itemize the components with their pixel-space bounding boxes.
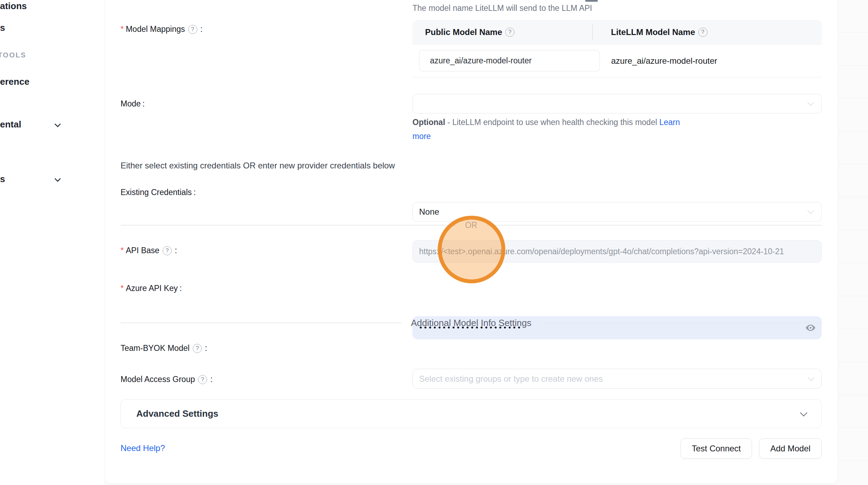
sidebar-item-inference[interactable]: erence [0, 76, 29, 87]
sidebar-item-models[interactable]: s [0, 22, 5, 33]
existing-credentials-value: None [419, 207, 439, 217]
help-circle-icon[interactable]: ? [698, 28, 708, 37]
public-model-name-input[interactable] [419, 50, 600, 71]
or-divider-text: OR [465, 221, 477, 230]
model-mappings-table-header: Public Model Name ? LiteLLM Model Name ? [412, 20, 822, 44]
model-mappings-table: Public Model Name ? LiteLLM Model Name ?… [412, 20, 822, 77]
label-colon: : [143, 99, 145, 109]
public-model-name-header: Public Model Name ? [412, 27, 592, 37]
learn-more-link[interactable]: more [412, 132, 431, 141]
existing-credentials-label-text: Existing Credentials [121, 188, 192, 197]
label-colon: : [200, 25, 203, 34]
team-byok-label: Team-BYOK Model ? : [121, 344, 207, 353]
additional-settings-divider-text: Additional Model Info Settings [411, 318, 532, 328]
litellm-model-name-header: LiteLLM Model Name ? [593, 27, 709, 37]
need-help-link[interactable]: Need Help? [121, 443, 165, 453]
help-circle-icon[interactable]: ? [505, 28, 514, 37]
litellm-model-name-help-text: The model name LiteLLM will send to the … [412, 4, 592, 13]
public-model-name-header-text: Public Model Name [425, 27, 502, 37]
model-mapping-row: azure_ai/azure-model-router [412, 44, 822, 77]
api-base-label-text: API Base [126, 246, 159, 255]
required-marker: * [121, 25, 124, 34]
mode-help-body: - LiteLLM endpoint to use when health ch… [445, 118, 659, 127]
help-circle-icon[interactable]: ? [188, 25, 197, 34]
label-colon: : [179, 284, 182, 293]
team-byok-label-text: Team-BYOK Model [121, 344, 190, 353]
litellm-model-name-header-text: LiteLLM Model Name [611, 27, 695, 37]
mode-label-text: Mode [121, 99, 141, 109]
help-circle-icon[interactable]: ? [193, 344, 202, 353]
advanced-settings-label: Advanced Settings [136, 408, 218, 419]
mode-help-optional: Optional [412, 118, 445, 127]
mode-select[interactable] [412, 94, 822, 113]
required-marker: * [121, 246, 124, 255]
sidebar: ations s TOOLS erence ental s [0, 0, 105, 485]
api-base-input[interactable] [412, 240, 822, 263]
sidebar-item-settings[interactable]: s [0, 174, 5, 185]
chevron-down-icon [807, 99, 814, 105]
divider-line [121, 323, 401, 323]
model-access-group-label: Model Access Group ? : [121, 375, 213, 384]
cropped-element-fragment [585, 0, 598, 2]
label-colon: : [175, 246, 177, 255]
test-connect-button[interactable]: Test Connect [681, 438, 752, 459]
label-colon: : [210, 375, 212, 384]
mode-help-text-line2: more [412, 132, 431, 141]
add-model-form-panel: The model name LiteLLM will send to the … [105, 0, 838, 484]
azure-api-key-label-text: Azure API Key [126, 284, 178, 293]
model-access-group-label-text: Model Access Group [121, 375, 195, 384]
sidebar-item-experimental[interactable]: ental [0, 119, 21, 130]
divider-line [541, 323, 822, 323]
model-mappings-label-text: Model Mappings [126, 25, 185, 34]
model-access-group-input[interactable] [412, 369, 822, 389]
credentials-note: Either select existing credentials OR en… [121, 161, 395, 171]
existing-credentials-label: Existing Credentials : [121, 188, 196, 197]
help-circle-icon[interactable]: ? [163, 246, 172, 255]
mode-help-text: Optional - LiteLLM endpoint to use when … [412, 118, 680, 127]
learn-more-link[interactable]: Learn [659, 118, 680, 127]
page-background [839, 0, 868, 485]
help-circle-icon[interactable]: ? [198, 375, 207, 384]
sidebar-item-organizations[interactable]: ations [0, 1, 27, 12]
divider-line [121, 225, 456, 226]
label-colon: : [205, 344, 207, 353]
azure-api-key-label: * Azure API Key : [121, 284, 182, 293]
litellm-model-name-value: azure_ai/azure-model-router [611, 44, 717, 77]
chevron-down-icon [800, 409, 807, 416]
chevron-down-icon [54, 121, 61, 127]
existing-credentials-select[interactable]: None [412, 202, 822, 222]
divider-line [486, 225, 822, 226]
or-divider: OR [121, 220, 822, 230]
required-marker: * [121, 284, 124, 293]
additional-settings-divider: Additional Model Info Settings [121, 317, 822, 329]
sidebar-section-tools: TOOLS [0, 51, 26, 59]
model-access-group-field [412, 369, 822, 389]
add-model-button[interactable]: Add Model [759, 438, 822, 459]
advanced-settings-panel[interactable]: Advanced Settings [121, 399, 822, 428]
mode-label: Mode : [121, 99, 145, 109]
chevron-down-icon [54, 175, 61, 182]
label-colon: : [193, 188, 196, 197]
chevron-down-icon [807, 207, 814, 214]
model-mappings-label: * Model Mappings ? : [121, 25, 203, 34]
api-base-label: * API Base ? : [121, 246, 177, 255]
